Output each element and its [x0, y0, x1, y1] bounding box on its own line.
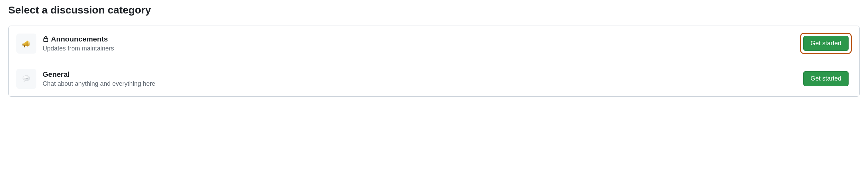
svg-point-0 [28, 41, 30, 46]
category-description: Chat about anything and everything here [43, 80, 800, 87]
svg-point-4 [26, 77, 27, 78]
highlight-outline: Get started [800, 33, 852, 54]
category-title-line: General [43, 70, 800, 79]
lock-icon [43, 36, 49, 42]
category-title: General [43, 70, 70, 79]
category-row-general: General Chat about anything and everythi… [9, 61, 859, 96]
megaphone-icon [16, 34, 36, 54]
page-title: Select a discussion category [8, 4, 860, 16]
svg-point-5 [27, 77, 28, 78]
category-list: Announcements Updates from maintainers G… [8, 26, 860, 97]
category-description: Updates from maintainers [43, 45, 800, 52]
svg-point-3 [25, 77, 25, 78]
category-title: Announcements [51, 35, 108, 44]
get-started-button[interactable]: Get started [803, 36, 849, 51]
category-title-line: Announcements [43, 35, 800, 44]
speech-bubble-icon [16, 69, 36, 89]
svg-rect-1 [23, 44, 24, 46]
category-row-announcements: Announcements Updates from maintainers G… [9, 26, 859, 61]
get-started-button[interactable]: Get started [803, 71, 849, 86]
